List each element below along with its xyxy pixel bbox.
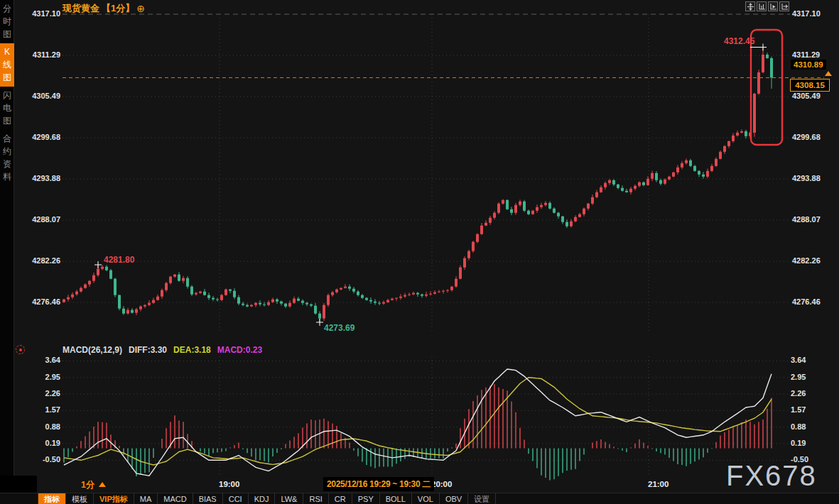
toolbar-item-PSY[interactable]: PSY	[352, 493, 380, 504]
swing-low-label: 4273.69	[324, 323, 354, 333]
toolbar-item-BOLL[interactable]: BOLL	[380, 493, 412, 504]
chart-playback-icon[interactable]	[768, 1, 778, 11]
macd-axis-label-right: 3.64	[791, 356, 806, 364]
toolbar-item-CCI[interactable]: CCI	[223, 493, 249, 504]
price-axis-label-left: 4305.49	[16, 92, 60, 100]
macd-axis-label-right: 2.26	[791, 389, 806, 398]
price-axis-label-right: 4311.29	[792, 50, 820, 59]
toolbar-item-MA[interactable]: MA	[134, 493, 158, 504]
price-axis-label-right: 4317.10	[792, 9, 821, 18]
timeframe-tag: 【1分】	[102, 2, 134, 15]
range-high-label: 4312.45	[724, 36, 754, 46]
indicator-toolbar: 指标模板VIP指标MAMACDBIASCCIKDJLW&RSICRPSYBOLL…	[0, 493, 839, 504]
macd-axis-label-right: 0.88	[791, 422, 806, 431]
toolbar-item-LW&[interactable]: LW&	[275, 493, 303, 504]
toolbar-item-OBV[interactable]: OBV	[440, 493, 468, 504]
trading-terminal: 分时图K线图闪电图合约资料 现货黄金【1分】 ⊕ 4317.104317.104…	[0, 0, 839, 504]
toolbar-item-模板[interactable]: 模板	[66, 493, 94, 504]
price-axis-label-right: 4276.46	[792, 297, 821, 306]
price-axis-label-right: 4282.26	[792, 256, 821, 265]
candlestick-chart[interactable]	[0, 0, 839, 504]
toolbar-item-MACD[interactable]: MACD	[158, 493, 193, 504]
macd-name: MACD(26,12,9)	[63, 345, 122, 355]
prev-price-label: 4310.89	[791, 60, 826, 70]
time-label-21:00: 21:00	[648, 480, 669, 488]
macd-axis-label-left: 3.64	[16, 356, 60, 364]
macd-header: MACD(26,12,9) DIFF:3.30 DEA:3.18 MACD:0.…	[63, 345, 262, 355]
macd-dea-value: DEA:3.18	[173, 345, 211, 355]
triangle-up-icon	[99, 482, 106, 487]
crosshair-marker-low	[316, 319, 323, 326]
price-axis-label-left: 4317.10	[16, 9, 60, 18]
time-label-20:00: 20:00	[431, 480, 452, 488]
chart-toolbar-icons	[745, 1, 789, 11]
macd-diff-value: DIFF:3.30	[129, 345, 167, 355]
toolbar-item-CR[interactable]: CR	[329, 493, 352, 504]
scroll-to-latest-icon[interactable]	[825, 71, 832, 76]
watermark: FX678	[726, 460, 817, 492]
toolbar-item-KDJ[interactable]: KDJ	[249, 493, 276, 504]
annotations	[63, 30, 824, 326]
price-axis-label-left: 4299.68	[16, 133, 60, 141]
price-axis-label-right: 4288.07	[792, 215, 821, 224]
grid-lines	[63, 14, 790, 474]
price-axis-label-right: 4299.68	[792, 133, 821, 141]
macd-axis-label-left: 0.19	[16, 439, 60, 447]
macd-axis-label-right: 2.95	[791, 373, 806, 381]
circle-plus-icon[interactable]: ⊕	[136, 4, 145, 13]
crosshair-marker-high	[759, 44, 767, 51]
macd-axis-label-right: 1.57	[791, 405, 806, 414]
macd-histogram	[64, 384, 772, 480]
symbol-name: 现货黄金	[63, 2, 99, 15]
pan-crosshair-icon[interactable]	[745, 1, 755, 11]
toolbar-item-VIP指标[interactable]: VIP指标	[94, 493, 134, 504]
macd-axis-label-left: 1.57	[16, 405, 60, 414]
price-axis-label-left: 4282.26	[16, 256, 60, 265]
sidebar-item-1[interactable]: K线图	[0, 43, 14, 87]
time-label-19:00: 19:00	[219, 480, 239, 488]
time-axis: 1分 2025/12/16 19:29 ~ 19:30 二 19:0020:00…	[0, 476, 839, 493]
candles	[63, 47, 773, 322]
macd-axis-label-left: 2.26	[16, 389, 60, 398]
price-axis-label-left: 4276.46	[16, 297, 60, 306]
crosshair-time-tooltip: 2025/12/16 19:29 ~ 19:30 二	[323, 477, 434, 491]
macd-axis-label-left: -0.50	[16, 455, 60, 464]
current-price-label: 4308.15	[790, 79, 830, 92]
swing-high-label: 4281.80	[104, 255, 134, 265]
sidebar-item-0[interactable]: 分时图	[0, 0, 14, 43]
macd-axis-label-left: 2.95	[16, 373, 60, 381]
sidebar: 分时图K线图闪电图合约资料	[0, 0, 14, 504]
price-axis-label-right: 4305.49	[792, 92, 821, 100]
price-axis-label-right: 4293.88	[792, 174, 821, 182]
chart-shift-right-icon[interactable]	[779, 1, 789, 11]
sidebar-item-3[interactable]: 合约资料	[0, 130, 14, 186]
timeframe-selector[interactable]: 1分	[81, 479, 106, 491]
price-axis-label-left: 4288.07	[16, 215, 60, 224]
macd-axis-label-left: 0.88	[16, 422, 60, 431]
macd-hist-value: MACD:0.23	[217, 345, 262, 355]
toolbar-item-BIAS[interactable]: BIAS	[193, 493, 223, 504]
toolbar-item-RSI[interactable]: RSI	[303, 493, 328, 504]
indicator-target-icon[interactable]	[16, 345, 25, 354]
price-axis-label-left: 4293.88	[16, 174, 60, 182]
chart-title: 现货黄金【1分】 ⊕	[63, 2, 145, 15]
toolbar-item-VOL[interactable]: VOL	[412, 493, 440, 504]
crosshair-marker-peak	[94, 261, 102, 268]
macd-axis-label-right: 0.19	[791, 439, 806, 447]
chart-scale-icon[interactable]	[757, 1, 767, 11]
sidebar-item-2[interactable]: 闪电图	[0, 87, 14, 130]
price-axis-label-left: 4311.29	[16, 50, 60, 59]
toolbar-item-设置[interactable]: 设置	[468, 493, 496, 504]
toolbar-item-指标[interactable]: 指标	[38, 493, 66, 504]
